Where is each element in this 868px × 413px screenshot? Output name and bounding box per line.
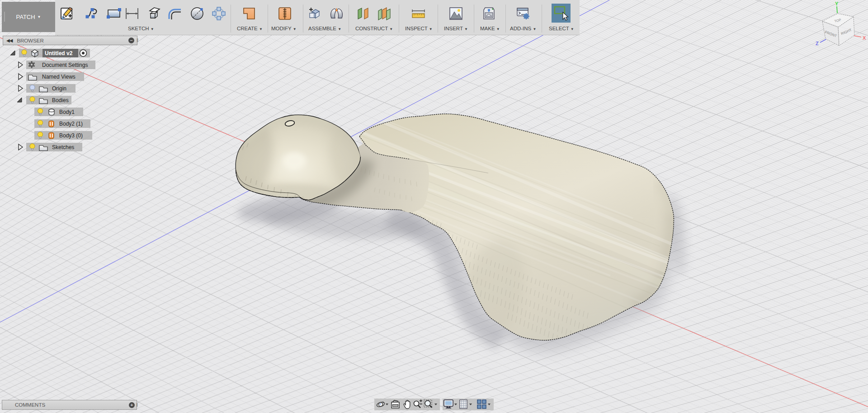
svg-text:Y: Y [835, 1, 839, 6]
svg-text:Z: Z [816, 41, 819, 46]
svg-text:X: X [863, 35, 866, 41]
